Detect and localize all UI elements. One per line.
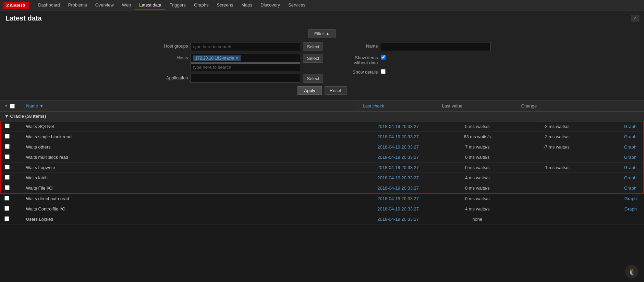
nav-item-graphs[interactable]: Graphs xyxy=(190,0,213,10)
host-tag-remove[interactable]: ✕ xyxy=(235,56,239,61)
nav-link-maps[interactable]: Maps xyxy=(237,0,256,10)
row-lastvalue-cell: 63 ms waits/s xyxy=(438,132,517,142)
group-toggle-icon[interactable]: ▼ xyxy=(4,114,9,119)
row-checkbox[interactable] xyxy=(5,165,10,169)
application-input[interactable] xyxy=(191,74,300,83)
nav-item-latest-data[interactable]: Latest data xyxy=(135,0,165,10)
table-body: ▼ Oracle (58 Items) Waits SQLNet 2018-04… xyxy=(0,112,644,225)
graph-link[interactable]: Graph xyxy=(624,134,636,139)
row-lastcheck-cell: 2018-04-19 20:33:27 xyxy=(359,152,438,163)
row-lastvalue-cell: 0 ms waits/s xyxy=(438,183,517,194)
host-groups-row: Host groups Select xyxy=(154,42,323,51)
graph-link[interactable]: Graph xyxy=(624,124,636,129)
nav-link-services[interactable]: Services xyxy=(284,0,309,10)
row-checkbox[interactable] xyxy=(5,134,10,139)
row-graph-cell: Graph xyxy=(596,183,644,194)
th-name[interactable]: Name ▼ xyxy=(22,101,359,112)
nav-item-discovery[interactable]: Discovery xyxy=(256,0,284,10)
expand-button[interactable]: ⤢ xyxy=(631,15,639,22)
row-checkbox[interactable] xyxy=(5,185,10,190)
filter-toggle-button[interactable]: Filter ▲ xyxy=(308,29,336,38)
nav-item-problems[interactable]: Problems xyxy=(64,0,91,10)
row-check-cell xyxy=(0,173,22,183)
show-details-checkbox[interactable] xyxy=(381,69,386,74)
row-lastvalue-cell: 4 ms waits/s xyxy=(438,204,517,214)
row-check-cell xyxy=(0,193,22,204)
table-row: Waits direct path read 2018-04-19 20:33:… xyxy=(0,193,644,204)
row-check-cell xyxy=(0,183,22,194)
nav-item-services[interactable]: Services xyxy=(284,0,309,10)
application-select-button[interactable]: Select xyxy=(303,74,323,83)
row-lastvalue-cell: 0 ms waits/s xyxy=(438,193,517,204)
th-lastvalue: Last value xyxy=(438,101,517,112)
group-label: ▼ Oracle (58 Items) xyxy=(0,112,644,121)
row-lastvalue-cell: 0 ms waits/s xyxy=(438,152,517,163)
nav-item-screens[interactable]: Screens xyxy=(213,0,238,10)
row-name-cell: Waits direct path read xyxy=(22,193,359,204)
row-name-cell: Waits others xyxy=(22,142,359,152)
nav-item-overview[interactable]: Overview xyxy=(91,0,118,10)
row-check-cell xyxy=(0,214,22,225)
th-lastcheck[interactable]: Last check xyxy=(359,101,438,112)
row-lastvalue-cell: 5 ms waits/s xyxy=(438,121,517,132)
table-row: Waits Logwrite 2018-04-19 20:33:27 0 ms … xyxy=(0,163,644,173)
show-items-checkbox[interactable] xyxy=(381,55,386,60)
filter-form: Host groups Select Hosts 172.20.10.182-o… xyxy=(0,42,644,83)
nav-link-problems[interactable]: Problems xyxy=(64,0,91,10)
row-graph-cell: Graph xyxy=(596,193,644,204)
nav-link-latest-data[interactable]: Latest data xyxy=(135,0,165,10)
host-tag-value: 172.20.10.182-oracle xyxy=(195,56,234,61)
graph-link[interactable]: Graph xyxy=(624,196,637,201)
nav-link-web[interactable]: Web xyxy=(118,0,135,10)
row-checkbox[interactable] xyxy=(5,154,10,159)
graph-link[interactable]: Graph xyxy=(624,206,637,212)
apply-button[interactable]: Apply xyxy=(297,86,322,95)
host-groups-select-button[interactable]: Select xyxy=(303,42,323,51)
name-input[interactable] xyxy=(381,42,490,51)
row-lastcheck-cell: 2018-04-19 20:33:27 xyxy=(359,193,438,204)
nav-link-screens[interactable]: Screens xyxy=(213,0,238,10)
group-row-oracle: ▼ Oracle (58 Items) xyxy=(0,112,644,121)
nav-link-graphs[interactable]: Graphs xyxy=(190,0,213,10)
show-details-label: Show details xyxy=(344,68,378,75)
row-graph-cell: Graph xyxy=(596,121,644,132)
row-name-cell: Waits Controlfile I/O xyxy=(22,204,359,214)
nav-link-dashboard[interactable]: Dashboard xyxy=(34,0,64,10)
nav-item-maps[interactable]: Maps xyxy=(237,0,256,10)
row-change-cell xyxy=(517,173,596,183)
show-items-row: Show items without data xyxy=(344,54,490,65)
row-change-cell: -7 ms waits/s xyxy=(517,142,596,152)
row-name-cell: Waits single block read xyxy=(22,132,359,142)
select-all-checkbox[interactable] xyxy=(10,104,15,108)
host-groups-input[interactable] xyxy=(191,42,300,51)
graph-link[interactable]: Graph xyxy=(624,144,636,150)
show-details-checkbox-row xyxy=(381,68,386,75)
nav-link-discovery[interactable]: Discovery xyxy=(256,0,284,10)
row-checkbox[interactable] xyxy=(4,206,9,211)
graph-link[interactable]: Graph xyxy=(624,175,636,180)
th-name-label: Name xyxy=(26,103,38,108)
row-checkbox[interactable] xyxy=(5,144,10,149)
filter-toggle-row: Filter ▲ xyxy=(0,29,644,38)
graph-link[interactable]: Graph xyxy=(624,155,636,160)
nav-item-triggers[interactable]: Triggers xyxy=(166,0,190,10)
nav-item-web[interactable]: Web xyxy=(118,0,135,10)
row-checkbox[interactable] xyxy=(5,124,10,128)
hosts-search-input[interactable] xyxy=(191,63,300,71)
hosts-select-button[interactable]: Select xyxy=(303,54,323,63)
row-checkbox[interactable] xyxy=(5,175,10,180)
col-dropdown-arrow[interactable]: ▼ xyxy=(4,104,8,108)
nav-link-triggers[interactable]: Triggers xyxy=(166,0,190,10)
host-tag-row: 172.20.10.182-oracle ✕ xyxy=(191,54,300,63)
nav-link-overview[interactable]: Overview xyxy=(91,0,118,10)
reset-button[interactable]: Reset xyxy=(325,86,347,95)
graph-link[interactable]: Graph xyxy=(624,185,636,191)
row-name-cell: Waits multiblock read xyxy=(22,152,359,163)
group-label-text: Oracle (58 Items) xyxy=(10,114,46,119)
row-checkbox[interactable] xyxy=(4,196,9,201)
nav-item-dashboard[interactable]: Dashboard xyxy=(34,0,64,10)
table-header: ▼ Name ▼ Last check Last value Change xyxy=(0,101,644,112)
row-checkbox[interactable] xyxy=(4,216,9,221)
graph-link[interactable]: Graph xyxy=(624,165,636,170)
row-name-cell: Waits File I/O xyxy=(22,183,359,194)
